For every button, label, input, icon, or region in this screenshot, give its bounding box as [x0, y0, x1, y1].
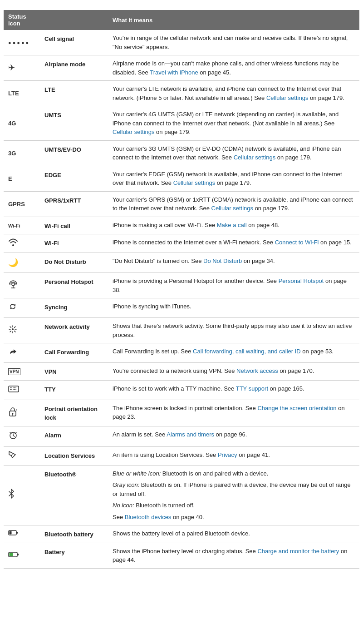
- status-icon-description: You're in range of the cellular network …: [108, 30, 359, 55]
- svg-rect-34: [10, 553, 13, 556]
- status-icon-description: iPhone is providing a Personal Hotspot f…: [108, 273, 359, 298]
- col-header-name: [40, 10, 108, 30]
- status-icon-cell: [4, 298, 40, 318]
- status-icon-description: An alarm is set. See Alarms and timers o…: [108, 426, 359, 446]
- svg-line-28: [11, 455, 12, 456]
- col-header-meaning: What it means: [108, 10, 359, 30]
- table-row: GPRSGPRS/1xRTTYour carrier's GPRS (GSM) …: [4, 191, 359, 217]
- status-icon-cell: [4, 273, 40, 298]
- status-icon-cell: 3G: [4, 140, 40, 166]
- status-icon-name: Network activity: [40, 318, 108, 343]
- status-icon-cell: [4, 543, 40, 568]
- status-icon-name: Syncing: [40, 298, 108, 318]
- status-icon-description: iPhone is making a call over Wi-Fi. See …: [108, 217, 359, 234]
- status-icon-name: Wi-Fi: [40, 234, 108, 253]
- table-row: 🌙Do Not Disturb"Do Not Disturb" is turne…: [4, 253, 359, 273]
- svg-line-8: [10, 327, 11, 327]
- status-icon-cell: GPRS: [4, 191, 40, 217]
- status-icon-description: iPhone is set to work with a TTY machine…: [108, 380, 359, 400]
- status-icon-description: Shows the battery level of a paired Blue…: [108, 525, 359, 543]
- status-icon-description: Your carrier's GPRS (GSM) or 1xRTT (CDMA…: [108, 191, 359, 217]
- table-row: ●●●●●Cell signalYou're in range of the c…: [4, 30, 359, 55]
- status-icon-name: Personal Hotspot: [40, 273, 108, 298]
- status-icon-cell: ✈: [4, 55, 40, 81]
- status-icon-name: UMTS/EV-DO: [40, 140, 108, 166]
- svg-line-9: [15, 331, 15, 332]
- col-header-icon: Status icon: [4, 10, 40, 30]
- status-icon-cell: E: [4, 166, 40, 191]
- status-icon-cell: [4, 234, 40, 253]
- status-icon-cell: [4, 465, 40, 525]
- svg-line-10: [15, 327, 15, 327]
- status-icon-name: Bluetooth battery: [40, 525, 108, 543]
- status-icon-name: Location Services: [40, 446, 108, 465]
- status-icon-name: Do Not Disturb: [40, 253, 108, 273]
- status-icon-description: iPhone is syncing with iTunes.: [108, 298, 359, 318]
- status-icon-cell: [4, 446, 40, 465]
- status-icon-description: iPhone is connected to the Internet over…: [108, 234, 359, 253]
- status-icon-cell: [4, 380, 40, 400]
- status-icon-name: EDGE: [40, 166, 108, 191]
- table-row: Portrait orientation lockThe iPhone scre…: [4, 400, 359, 426]
- status-icon-name: Wi-Fi call: [40, 217, 108, 234]
- status-icon-name: GPRS/1xRTT: [40, 191, 108, 217]
- svg-rect-31: [10, 531, 12, 535]
- status-icon-name: Call Forwarding: [40, 343, 108, 363]
- status-icon-description: Your carrier's LTE network is available,…: [108, 81, 359, 106]
- status-icons-table: Status icon What it means ●●●●●Cell sign…: [4, 10, 359, 569]
- table-row: BatteryShows the iPhone battery level or…: [4, 543, 359, 568]
- table-row: 4GUMTSYour carrier's 4G UMTS (GSM) or LT…: [4, 106, 359, 141]
- table-row: EEDGEYour carrier's EDGE (GSM) network i…: [4, 166, 359, 191]
- table-row: Bluetooth batteryShows the battery level…: [4, 525, 359, 543]
- status-icon-description: "Do Not Disturb" is turned on. See Do No…: [108, 253, 359, 273]
- status-icon-cell: VPN: [4, 363, 40, 381]
- status-icon-name: LTE: [40, 81, 108, 106]
- status-icon-name: Battery: [40, 543, 108, 568]
- table-row: Wi-FiWi-Fi calliPhone is making a call o…: [4, 217, 359, 234]
- status-icon-name: Portrait orientation lock: [40, 400, 108, 426]
- status-icon-description: Airplane mode is on—you can't make phone…: [108, 55, 359, 81]
- table-row: Location ServicesAn item is using Locati…: [4, 446, 359, 465]
- status-icon-name: Bluetooth®: [40, 465, 108, 525]
- page-container: Status icon What it means ●●●●●Cell sign…: [0, 0, 363, 578]
- table-row: TTYiPhone is set to work with a TTY mach…: [4, 380, 359, 400]
- table-row: Call ForwardingCall Forwarding is set up…: [4, 343, 359, 363]
- status-icon-name: Alarm: [40, 426, 108, 446]
- status-icon-name: VPN: [40, 363, 108, 381]
- status-icon-description: The iPhone screen is locked in portrait …: [108, 400, 359, 426]
- svg-rect-12: [9, 386, 19, 392]
- status-icon-description: Your carrier's EDGE (GSM) network is ava…: [108, 166, 359, 191]
- status-icon-cell: [4, 343, 40, 363]
- status-icon-description: Shows the iPhone battery level or chargi…: [108, 543, 359, 568]
- table-row: Bluetooth®Blue or white icon: Bluetooth …: [4, 465, 359, 525]
- status-icon-cell: [4, 400, 40, 426]
- svg-line-11: [10, 331, 11, 332]
- status-icon-cell: LTE: [4, 81, 40, 106]
- status-icon-description: Call Forwarding is set up. See Call forw…: [108, 343, 359, 363]
- status-icon-name: TTY: [40, 380, 108, 400]
- status-icon-description: You're connected to a network using VPN.…: [108, 363, 359, 381]
- status-icon-cell: [4, 426, 40, 446]
- table-row: LTELTEYour carrier's LTE network is avai…: [4, 81, 359, 106]
- table-row: VPNVPNYou're connected to a network usin…: [4, 363, 359, 381]
- table-row: SyncingiPhone is syncing with iTunes.: [4, 298, 359, 318]
- svg-point-3: [12, 328, 14, 330]
- table-row: Network activityShows that there's netwo…: [4, 318, 359, 343]
- status-icon-name: Airplane mode: [40, 55, 108, 81]
- svg-rect-33: [17, 554, 19, 555]
- status-icon-cell: ●●●●●: [4, 30, 40, 55]
- status-icon-description: Shows that there's network activity. Som…: [108, 318, 359, 343]
- status-icon-description: Your carrier's 4G UMTS (GSM) or LTE netw…: [108, 106, 359, 141]
- status-icon-name: Cell signal: [40, 30, 108, 55]
- table-row: Wi-FiiPhone is connected to the Internet…: [4, 234, 359, 253]
- svg-line-27: [13, 436, 15, 436]
- table-row: Personal HotspotiPhone is providing a Pe…: [4, 273, 359, 298]
- status-icon-cell: 🌙: [4, 253, 40, 273]
- svg-rect-30: [16, 532, 18, 534]
- svg-point-0: [12, 283, 15, 286]
- table-row: ✈Airplane modeAirplane mode is on—you ca…: [4, 55, 359, 81]
- status-icon-name: UMTS: [40, 106, 108, 141]
- status-icon-cell: [4, 318, 40, 343]
- status-icon-description: An item is using Location Services. See …: [108, 446, 359, 465]
- status-icon-description: Your carrier's 3G UMTS (GSM) or EV-DO (C…: [108, 140, 359, 166]
